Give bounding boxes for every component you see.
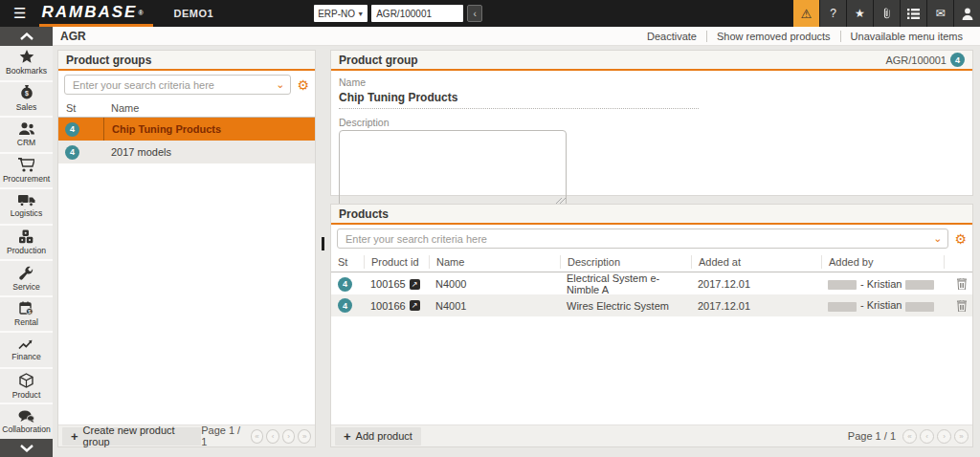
name-field-value[interactable]: Chip Tuning Products bbox=[339, 88, 699, 109]
sidebar-item-sales[interactable]: $ Sales bbox=[0, 82, 53, 119]
product-row[interactable]: 4 100165 ↗ N4000 Electrical System e-Nim… bbox=[331, 272, 972, 294]
sidebar-item-crm[interactable]: CRM bbox=[0, 118, 53, 154]
product-row[interactable]: 4 100166 ↗ N4001 Wires Electric System 2… bbox=[331, 294, 972, 316]
procurement-cart-icon bbox=[18, 158, 34, 172]
trash-icon bbox=[957, 300, 967, 312]
add-product-button[interactable]: + Add product bbox=[335, 427, 421, 446]
status-badge: 4 bbox=[65, 122, 79, 137]
delete-product-button[interactable] bbox=[944, 278, 972, 290]
search-settings-gear-icon[interactable]: ⚙ bbox=[297, 78, 309, 92]
redacted-text bbox=[905, 280, 934, 290]
product-group-row[interactable]: 4 2017 models bbox=[58, 141, 315, 163]
column-header-added-at[interactable]: Added at bbox=[691, 255, 821, 269]
product-group-name: Chip Tuning Products bbox=[103, 118, 315, 141]
environment-label: DEMO1 bbox=[174, 8, 214, 19]
redacted-text bbox=[905, 302, 934, 312]
column-header-st[interactable]: St bbox=[58, 102, 103, 114]
chevron-up-icon bbox=[20, 33, 33, 40]
global-search-input[interactable] bbox=[371, 5, 463, 22]
panel-title: Product groups bbox=[66, 54, 151, 67]
first-page-button[interactable]: « bbox=[251, 429, 264, 444]
search-type-select[interactable]: ERP-NO ▼ bbox=[314, 5, 368, 22]
sidebar-item-production[interactable]: Production bbox=[0, 226, 53, 262]
record-status-badge: 4 bbox=[950, 53, 965, 67]
name-field: Name Chip Tuning Products bbox=[331, 71, 972, 109]
products-search-input[interactable] bbox=[337, 228, 948, 249]
unavailable-menu-items-link[interactable]: Unavailable menu items bbox=[841, 31, 972, 42]
sidebar-item-procurement[interactable]: Procurement bbox=[0, 154, 53, 190]
product-description: Wires Electric System bbox=[560, 300, 691, 312]
open-record-icon[interactable]: ↗ bbox=[410, 279, 420, 290]
warning-icon[interactable]: ⚠ bbox=[793, 0, 819, 27]
topbar-icon-buttons: ⚠ ? ★ ✉ bbox=[793, 0, 980, 27]
first-page-button[interactable]: « bbox=[902, 429, 917, 444]
next-page-button[interactable]: › bbox=[937, 429, 951, 444]
next-page-button[interactable]: › bbox=[282, 429, 296, 444]
panel-splitter-handle[interactable] bbox=[322, 237, 324, 250]
products-table-header: St Product id Name Description Added at … bbox=[331, 252, 972, 272]
product-id-link[interactable]: 100166 bbox=[370, 300, 406, 312]
product-groups-search-input[interactable] bbox=[64, 75, 291, 95]
search-settings-gear-icon[interactable]: ⚙ bbox=[954, 232, 967, 246]
page-label: Page 1 / 1 bbox=[201, 424, 244, 447]
service-wrench-icon bbox=[19, 266, 33, 280]
user-icon[interactable] bbox=[954, 0, 980, 27]
svg-text:$: $ bbox=[28, 309, 31, 315]
show-removed-products-link[interactable]: Show removed products bbox=[707, 31, 840, 42]
product-group-panel-header: Product group AGR/100001 4 bbox=[331, 51, 972, 71]
paperclip-icon[interactable] bbox=[874, 0, 900, 27]
collaboration-chat-icon bbox=[18, 410, 34, 423]
sidebar: Bookmarks $ Sales CRM Procurement Logist… bbox=[0, 27, 53, 457]
create-product-group-button[interactable]: + Create new product group bbox=[62, 427, 201, 446]
previous-page-button[interactable]: ‹ bbox=[266, 429, 279, 444]
sidebar-item-logistics[interactable]: Logistics bbox=[0, 189, 53, 226]
open-record-icon[interactable]: ↗ bbox=[410, 300, 420, 311]
column-header-added-by[interactable]: Added by bbox=[821, 255, 944, 269]
crm-people-icon bbox=[18, 122, 35, 136]
column-header-product-id[interactable]: Product id bbox=[364, 255, 429, 269]
previous-page-button[interactable]: ‹ bbox=[920, 429, 934, 444]
menu-list-icon[interactable] bbox=[901, 0, 926, 27]
description-textarea[interactable] bbox=[339, 130, 567, 210]
column-header-name[interactable]: Name bbox=[103, 102, 315, 114]
last-page-button[interactable]: » bbox=[954, 429, 969, 444]
delete-product-button[interactable] bbox=[944, 300, 972, 312]
product-added-at: 2017.12.01 bbox=[691, 300, 821, 312]
logistics-truck-icon bbox=[18, 194, 35, 207]
help-icon[interactable]: ? bbox=[820, 0, 846, 27]
sidebar-scroll-down-button[interactable] bbox=[0, 439, 53, 457]
plus-icon: + bbox=[71, 429, 78, 444]
finance-chart-icon bbox=[18, 338, 34, 350]
hamburger-menu-icon[interactable]: ☰ bbox=[13, 5, 26, 22]
search-back-button[interactable]: ‹ bbox=[467, 5, 482, 22]
column-header-st[interactable]: St bbox=[331, 255, 364, 269]
product-id-link[interactable]: 100165 bbox=[370, 278, 406, 290]
column-header-name[interactable]: Name bbox=[429, 255, 560, 269]
product-group-row-selected[interactable]: 4 Chip Tuning Products bbox=[58, 118, 315, 141]
sidebar-scroll-up-button[interactable] bbox=[0, 27, 53, 46]
last-page-button[interactable]: » bbox=[298, 429, 311, 444]
sidebar-item-product[interactable]: Product bbox=[0, 369, 53, 405]
products-panel: Products ⌄ ⚙ St Product id Name Descript… bbox=[330, 204, 973, 447]
search-dropdown-chevron-icon[interactable]: ⌄ bbox=[276, 78, 284, 90]
sidebar-item-finance[interactable]: Finance bbox=[0, 333, 53, 369]
product-name: N4000 bbox=[429, 278, 560, 290]
status-badge: 4 bbox=[338, 277, 352, 292]
deactivate-link[interactable]: Deactivate bbox=[637, 31, 706, 42]
column-header-description[interactable]: Description bbox=[560, 255, 691, 269]
sidebar-item-collaboration[interactable]: Collaboration bbox=[0, 404, 53, 439]
logo-text: RAMBASE bbox=[41, 3, 137, 22]
search-dropdown-chevron-icon[interactable]: ⌄ bbox=[933, 232, 942, 244]
redacted-text bbox=[828, 302, 857, 312]
bookmarks-star-icon bbox=[19, 50, 34, 64]
sales-moneybag-icon: $ bbox=[20, 85, 33, 100]
mail-icon[interactable]: ✉ bbox=[927, 0, 953, 27]
product-groups-footer: + Create new product group Page 1 / 1 « … bbox=[58, 424, 315, 446]
sidebar-item-service[interactable]: Service bbox=[0, 261, 53, 297]
page-label: Page 1 / 1 bbox=[848, 430, 896, 442]
favorites-star-icon[interactable]: ★ bbox=[847, 0, 873, 27]
sidebar-item-rental[interactable]: $ Rental bbox=[0, 297, 53, 334]
product-groups-panel-header: Product groups bbox=[58, 51, 315, 71]
name-field-label: Name bbox=[339, 76, 965, 88]
sidebar-item-bookmarks[interactable]: Bookmarks bbox=[0, 46, 53, 82]
